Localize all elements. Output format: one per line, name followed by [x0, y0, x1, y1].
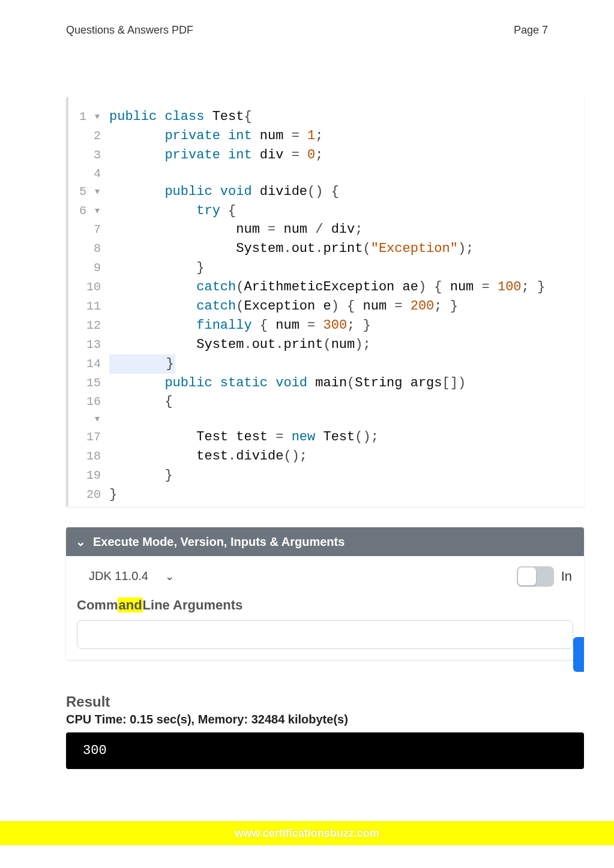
code-text: Test test = new Test();: [109, 428, 379, 447]
line-number: 6 ▾: [76, 202, 109, 220]
interactive-toggle-wrap: In: [517, 566, 572, 587]
line-number: 15: [76, 374, 109, 392]
code-line: 16 ▾ {: [76, 392, 577, 428]
code-line: 15 public static void main(String args[]…: [76, 374, 577, 393]
code-text: }: [109, 355, 175, 374]
code-line: 1 ▾public class Test{: [76, 107, 577, 127]
line-number: 1 ▾: [76, 108, 109, 125]
blue-edge-decor: [573, 637, 584, 672]
chevron-down-icon: ⌄: [165, 570, 174, 583]
code-text: private int div = 0;: [109, 146, 323, 165]
code-line: 18 test.divide();: [76, 447, 577, 466]
line-number: 14: [76, 355, 109, 373]
code-text: }: [109, 259, 204, 278]
code-line: 8 System.out.print("Exception");: [76, 239, 577, 259]
code-line: 11 catch(Exception e) { num = 200; }: [76, 297, 577, 316]
settings-header[interactable]: ⌄ Execute Mode, Version, Inputs & Argume…: [66, 527, 584, 556]
commandline-input[interactable]: [77, 620, 573, 649]
header-left: Questions & Answers PDF: [66, 24, 193, 37]
code-text: catch(ArithmeticException ae) { num = 10…: [109, 278, 545, 297]
line-number: 11: [76, 298, 109, 315]
code-text: try {: [109, 202, 236, 221]
chevron-down-icon: ⌄: [76, 534, 86, 549]
code-line: 12 finally { num = 300; }: [76, 316, 577, 335]
line-number: 16 ▾: [76, 393, 109, 428]
line-number: 2: [76, 127, 109, 145]
controls-row: JDK 11.0.4 ⌄ In: [66, 556, 584, 591]
line-number: 8: [76, 240, 109, 257]
code-text: }: [109, 485, 117, 504]
settings-title: Execute Mode, Version, Inputs & Argument…: [93, 535, 345, 549]
code-line: 7 num = num / div;: [76, 220, 577, 239]
code-line: 5 ▾ public void divide() {: [76, 182, 577, 202]
code-text: finally { num = 300; }: [109, 316, 371, 335]
code-text: private int num = 1;: [109, 127, 323, 146]
code-line: 17 Test test = new Test();: [76, 428, 577, 447]
code-line: 2 private int num = 1;: [76, 127, 577, 146]
page-header: Questions & Answers PDF Page 7: [0, 0, 614, 37]
page-footer: www.certificationsbuzz.com: [0, 821, 614, 845]
line-number: 9: [76, 259, 109, 277]
code-line: 13 System.out.print(num);: [76, 335, 577, 355]
console-output: 300: [66, 732, 584, 769]
toggle-knob: [518, 567, 536, 585]
code-text: System.out.print("Exception");: [109, 239, 474, 259]
code-line: 14 }: [76, 355, 577, 374]
line-number: 20: [76, 486, 109, 503]
toggle-label: In: [561, 569, 572, 584]
line-number: 17: [76, 428, 109, 446]
jdk-select-value: JDK 11.0.4: [89, 569, 148, 583]
cmd-prefix: Comm: [77, 597, 118, 612]
cmd-highlight: and: [118, 597, 142, 612]
line-number: 5 ▾: [76, 183, 109, 200]
code-text: System.out.print(num);: [109, 335, 371, 355]
interactive-toggle[interactable]: [517, 566, 554, 587]
code-text: public class Test{: [109, 107, 252, 127]
code-line: 3 private int div = 0;: [76, 146, 577, 165]
code-text: public void divide() {: [109, 182, 339, 202]
commandline-label: CommandLine Arguments: [66, 591, 584, 618]
code-text: {: [109, 392, 173, 412]
code-text: test.divide();: [109, 447, 307, 466]
cpu-time-line: CPU Time: 0.15 sec(s), Memory: 32484 kil…: [66, 713, 584, 726]
code-text: public static void main(String args[]): [109, 374, 466, 393]
line-number: 13: [76, 336, 109, 353]
result-area: Result CPU Time: 0.15 sec(s), Memory: 32…: [66, 693, 584, 769]
code-line: 20}: [76, 485, 577, 504]
code-line: 4: [76, 165, 577, 182]
line-number: 12: [76, 317, 109, 334]
console-text: 300: [83, 743, 107, 758]
line-number: 18: [76, 447, 109, 465]
line-number: 10: [76, 278, 109, 296]
code-line: 9 }: [76, 259, 577, 278]
code-editor[interactable]: 1 ▾public class Test{2 private int num =…: [66, 97, 584, 507]
jdk-select[interactable]: JDK 11.0.4 ⌄: [83, 566, 180, 587]
execute-settings-panel: ⌄ Execute Mode, Version, Inputs & Argume…: [66, 527, 584, 660]
cmd-suffix: Line Arguments: [143, 597, 243, 612]
code-line: 10 catch(ArithmeticException ae) { num =…: [76, 278, 577, 297]
code-line: 19 }: [76, 466, 577, 485]
line-number: 7: [76, 221, 109, 238]
content-area: 1 ▾public class Test{2 private int num =…: [0, 37, 614, 769]
line-number: 19: [76, 467, 109, 484]
line-number: 3: [76, 146, 109, 164]
code-line: 6 ▾ try {: [76, 202, 577, 221]
code-text: catch(Exception e) { num = 200; }: [109, 297, 458, 316]
line-number: 4: [76, 165, 109, 182]
result-title: Result: [66, 693, 584, 710]
header-right: Page 7: [514, 24, 548, 37]
footer-url: www.certificationsbuzz.com: [235, 827, 379, 840]
code-text: }: [109, 466, 173, 485]
code-text: num = num / div;: [109, 220, 363, 239]
